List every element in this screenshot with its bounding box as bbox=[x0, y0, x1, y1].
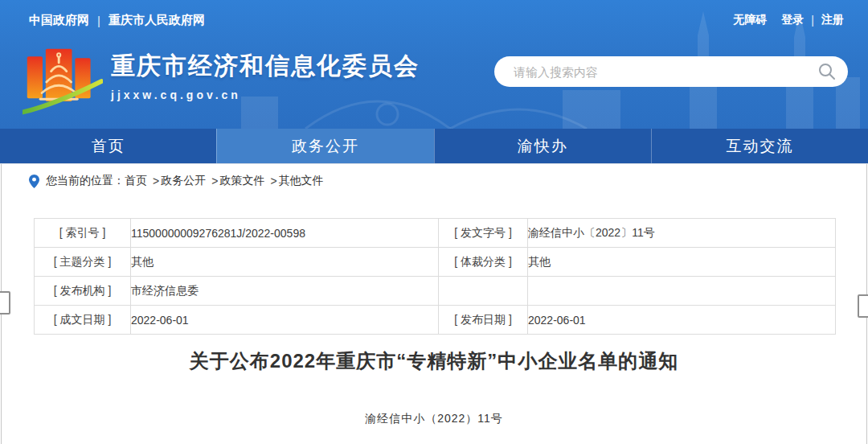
index-number-value: 11500000009276281J/2022-00598 bbox=[131, 219, 439, 248]
top-links-divider: | bbox=[97, 14, 100, 27]
table-row: [ 主题分类 ] 其他 [ 体裁分类 ] 其他 bbox=[35, 248, 836, 277]
genre-category-value: 其他 bbox=[528, 248, 836, 277]
article-doc-number: 渝经信中小（2022）11号 bbox=[0, 412, 868, 426]
table-row: [ 发布机构 ] 市经济信息委 bbox=[35, 277, 836, 306]
issuing-agency-label: [ 发布机构 ] bbox=[35, 277, 131, 306]
nav-item-yukuaiban[interactable]: 渝快办 bbox=[434, 129, 651, 163]
china-gov-link[interactable]: 中国政府网 bbox=[29, 13, 89, 28]
register-link[interactable]: 注册 bbox=[821, 13, 844, 27]
content-area: 您当前的位置： 首页 > 政务公开 > 政策文件 > 其他文件 [ 索引号 ] … bbox=[0, 164, 868, 444]
right-edge-handle[interactable] bbox=[858, 294, 868, 318]
site-logo-icon[interactable] bbox=[23, 45, 103, 121]
written-date-value: 2022-06-01 bbox=[131, 306, 439, 335]
accessibility-link[interactable]: 无障碍 bbox=[733, 13, 767, 27]
document-meta-table: [ 索引号 ] 11500000009276281J/2022-00598 [ … bbox=[34, 218, 836, 335]
table-row: [ 成文日期 ] 2022-06-01 [ 发布日期 ] 2022-06-01 bbox=[35, 306, 836, 335]
index-number-label: [ 索引号 ] bbox=[35, 219, 131, 248]
breadcrumb-separator: > bbox=[153, 175, 159, 187]
doc-symbol-label: [ 发文字号 ] bbox=[439, 219, 528, 248]
nav-item-home[interactable]: 首页 bbox=[0, 129, 216, 163]
breadcrumb-item-policy-files[interactable]: 政策文件 bbox=[219, 174, 264, 188]
search-icon[interactable] bbox=[817, 62, 837, 81]
breadcrumb: 您当前的位置： 首页 > 政务公开 > 政策文件 > 其他文件 bbox=[0, 164, 868, 189]
login-link[interactable]: 登录 bbox=[781, 13, 804, 27]
cq-gov-link[interactable]: 重庆市人民政府网 bbox=[108, 13, 205, 28]
location-pin-icon bbox=[29, 175, 39, 188]
site-url: jjxxw.cq.gov.cn bbox=[111, 88, 420, 101]
doc-symbol-value: 渝经信中小〔2022〕11号 bbox=[528, 219, 836, 248]
publish-date-label: [ 发布日期 ] bbox=[439, 306, 528, 335]
breadcrumb-item-gov-affairs[interactable]: 政务公开 bbox=[161, 174, 206, 188]
search-bar bbox=[494, 56, 848, 87]
breadcrumb-item-other-files[interactable]: 其他文件 bbox=[279, 174, 324, 188]
breadcrumb-separator: > bbox=[270, 175, 276, 187]
site-title: 重庆市经济和信息化委员会 bbox=[111, 50, 420, 82]
site-brand: 重庆市经济和信息化委员会 jjxxw.cq.gov.cn bbox=[111, 50, 420, 101]
publish-date-value: 2022-06-01 bbox=[528, 306, 836, 335]
top-gov-links: 中国政府网 | 重庆市人民政府网 bbox=[29, 13, 205, 28]
main-nav: 首页 政务公开 渝快办 互动交流 bbox=[0, 129, 868, 164]
breadcrumb-separator: > bbox=[211, 175, 218, 187]
page: 中国政府网 | 重庆市人民政府网 无障碍 登录 | 注册 bbox=[0, 0, 868, 444]
breadcrumb-item-home[interactable]: 首页 bbox=[125, 174, 147, 188]
user-links-divider: | bbox=[811, 14, 814, 27]
written-date-label: [ 成文日期 ] bbox=[35, 306, 131, 335]
issuing-agency-value: 市经济信息委 bbox=[131, 277, 439, 306]
left-edge-handle[interactable] bbox=[0, 291, 10, 314]
subject-category-value: 其他 bbox=[131, 248, 439, 277]
site-banner: 中国政府网 | 重庆市人民政府网 无障碍 登录 | 注册 bbox=[0, 0, 868, 129]
breadcrumb-prefix: 您当前的位置： bbox=[46, 174, 125, 188]
nav-item-gov-affairs[interactable]: 政务公开 bbox=[216, 129, 433, 163]
nav-item-interaction[interactable]: 互动交流 bbox=[651, 129, 868, 163]
subject-category-label: [ 主题分类 ] bbox=[35, 248, 131, 277]
search-input[interactable] bbox=[512, 64, 817, 80]
article-title: 关于公布2022年重庆市“专精特新”中小企业名单的通知 bbox=[0, 347, 868, 375]
table-row: [ 索引号 ] 11500000009276281J/2022-00598 [ … bbox=[35, 219, 836, 248]
empty-value-cell bbox=[528, 277, 836, 306]
genre-category-label: [ 体裁分类 ] bbox=[439, 248, 528, 277]
user-links: 无障碍 登录 | 注册 bbox=[733, 13, 844, 27]
empty-label-cell bbox=[439, 277, 528, 306]
